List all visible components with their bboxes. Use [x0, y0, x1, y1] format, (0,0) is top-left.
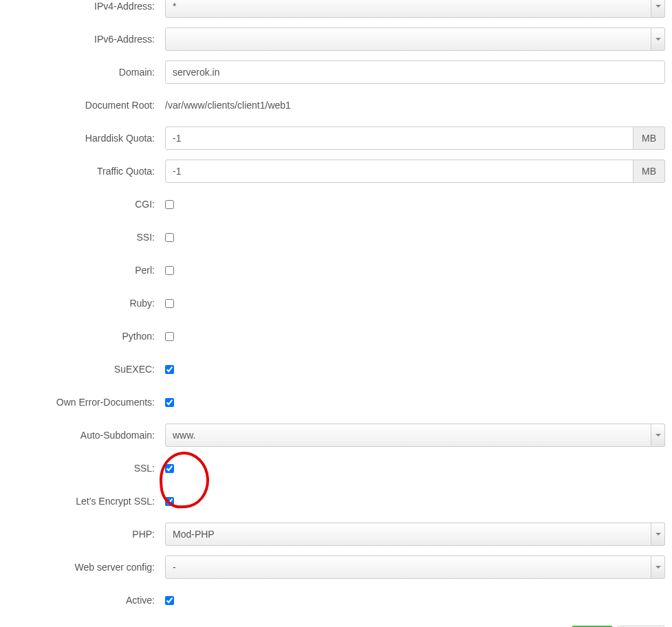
- ssl-label: SSL:: [0, 463, 165, 474]
- ssi-label: SSI:: [0, 232, 165, 243]
- letsencrypt-label: Let's Encrypt SSL:: [0, 496, 165, 507]
- chevron-down-icon: [655, 38, 661, 41]
- active-checkbox[interactable]: [165, 596, 174, 605]
- harddisk-input[interactable]: [165, 126, 633, 150]
- php-select-toggle[interactable]: [651, 522, 665, 546]
- active-label: Active:: [0, 595, 165, 606]
- ipv4-label: IPv4-Address:: [0, 1, 165, 12]
- php-label: PHP:: [0, 529, 165, 540]
- harddisk-unit: MB: [633, 126, 665, 150]
- webconfig-select-toggle[interactable]: [651, 556, 665, 579]
- autosub-label: Auto-Subdomain:: [0, 430, 165, 441]
- traffic-input[interactable]: [165, 160, 633, 183]
- domain-label: Domain:: [0, 67, 165, 78]
- chevron-down-icon: [655, 566, 661, 569]
- python-checkbox[interactable]: [165, 332, 174, 341]
- ruby-label: Ruby:: [0, 298, 165, 309]
- domain-input[interactable]: [165, 60, 665, 84]
- python-label: Python:: [0, 331, 165, 342]
- perl-label: Perl:: [0, 265, 165, 276]
- docroot-value: /var/www/clients/client1/web1: [165, 100, 291, 111]
- traffic-unit: MB: [633, 160, 665, 183]
- suexec-label: SuEXEC:: [0, 364, 165, 375]
- ssl-checkbox[interactable]: [165, 464, 174, 473]
- ipv4-select[interactable]: *: [165, 0, 651, 18]
- chevron-down-icon: [655, 533, 661, 536]
- autosub-select[interactable]: www.: [165, 424, 651, 447]
- ipv6-select-toggle[interactable]: [651, 28, 665, 51]
- ipv6-select[interactable]: [165, 28, 651, 51]
- errordocs-checkbox[interactable]: [165, 398, 174, 407]
- suexec-checkbox[interactable]: [165, 365, 174, 374]
- harddisk-label: Harddisk Quota:: [0, 133, 165, 144]
- errordocs-label: Own Error-Documents:: [0, 397, 165, 408]
- ipv6-label: IPv6-Address:: [0, 34, 165, 45]
- cgi-label: CGI:: [0, 199, 165, 210]
- webconfig-label: Web server config:: [0, 562, 165, 573]
- ssi-checkbox[interactable]: [165, 233, 174, 242]
- traffic-label: Traffic Quota:: [0, 166, 165, 177]
- letsencrypt-checkbox[interactable]: [165, 497, 174, 506]
- cgi-checkbox[interactable]: [165, 200, 174, 209]
- perl-checkbox[interactable]: [165, 266, 174, 275]
- autosub-select-toggle[interactable]: [651, 424, 665, 447]
- php-select[interactable]: Mod-PHP: [165, 522, 651, 546]
- chevron-down-icon: [655, 434, 661, 437]
- webconfig-select[interactable]: -: [165, 556, 651, 579]
- ruby-checkbox[interactable]: [165, 299, 174, 308]
- chevron-down-icon: [655, 5, 661, 8]
- docroot-label: Document Root:: [0, 100, 165, 111]
- ipv4-select-toggle[interactable]: [651, 0, 665, 18]
